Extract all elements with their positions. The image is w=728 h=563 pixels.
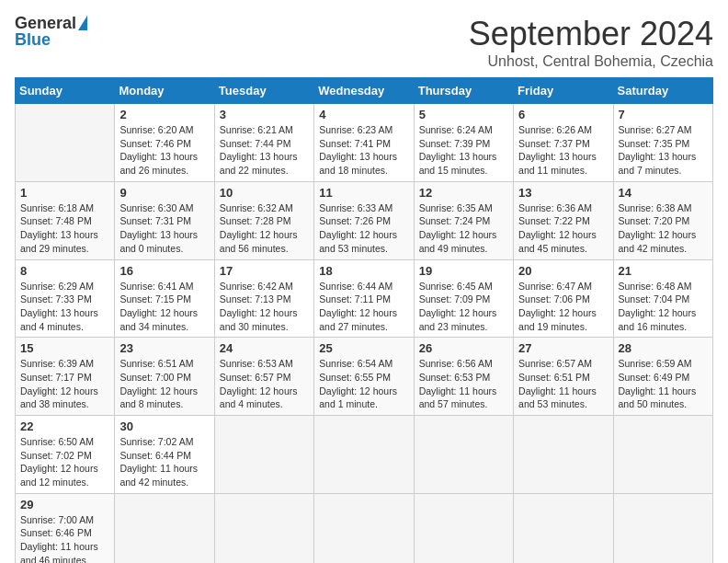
day-info: Sunrise: 6:41 AM Sunset: 7:15 PM Dayligh… [119, 280, 209, 334]
calendar-cell: 28Sunrise: 6:59 AM Sunset: 6:49 PM Dayli… [613, 338, 712, 416]
calendar-week-4: 22Sunrise: 6:50 AM Sunset: 7:02 PM Dayli… [16, 416, 713, 494]
calendar-cell [414, 493, 513, 563]
day-number: 4 [319, 108, 408, 121]
day-number: 29 [20, 498, 109, 511]
calendar-cell: 2Sunrise: 6:20 AM Sunset: 7:46 PM Daylig… [115, 104, 214, 182]
page-header: General Blue September 2024 Unhost, Cent… [15, 15, 713, 70]
calendar-cell: 22Sunrise: 6:50 AM Sunset: 7:02 PM Dayli… [16, 416, 115, 494]
day-number: 12 [419, 186, 508, 200]
calendar-cell: 9Sunrise: 6:30 AM Sunset: 7:31 PM Daylig… [115, 181, 214, 259]
day-number: 14 [619, 186, 708, 200]
calendar-cell: 23Sunrise: 6:51 AM Sunset: 7:00 PM Dayli… [115, 338, 214, 416]
day-number: 10 [220, 186, 309, 200]
day-number: 2 [119, 108, 209, 121]
logo-general-text: General [15, 15, 76, 31]
calendar-cell [613, 493, 712, 563]
day-number: 15 [20, 341, 109, 355]
calendar-cell [214, 493, 313, 563]
calendar-cell: 5Sunrise: 6:24 AM Sunset: 7:39 PM Daylig… [414, 104, 513, 182]
day-info: Sunrise: 6:56 AM Sunset: 6:53 PM Dayligh… [419, 357, 508, 411]
day-number: 26 [419, 341, 508, 355]
header-row: SundayMondayTuesdayWednesdayThursdayFrid… [16, 78, 713, 104]
calendar-cell: 27Sunrise: 6:57 AM Sunset: 6:51 PM Dayli… [514, 338, 613, 416]
day-info: Sunrise: 6:36 AM Sunset: 7:22 PM Dayligh… [518, 201, 608, 256]
day-info: Sunrise: 6:39 AM Sunset: 7:17 PM Dayligh… [20, 357, 109, 411]
calendar-cell: 13Sunrise: 6:36 AM Sunset: 7:22 PM Dayli… [514, 181, 613, 259]
calendar-week-1: 1Sunrise: 6:18 AM Sunset: 7:48 PM Daylig… [16, 181, 713, 259]
calendar-cell: 16Sunrise: 6:41 AM Sunset: 7:15 PM Dayli… [115, 259, 214, 338]
day-info: Sunrise: 6:47 AM Sunset: 7:06 PM Dayligh… [518, 280, 608, 334]
day-number: 11 [319, 186, 408, 200]
day-info: Sunrise: 6:59 AM Sunset: 6:49 PM Dayligh… [619, 357, 708, 411]
calendar-cell: 26Sunrise: 6:56 AM Sunset: 6:53 PM Dayli… [414, 338, 513, 416]
calendar-cell: 4Sunrise: 6:23 AM Sunset: 7:41 PM Daylig… [314, 104, 414, 182]
calendar-week-0: 2Sunrise: 6:20 AM Sunset: 7:46 PM Daylig… [16, 104, 713, 182]
calendar-cell: 12Sunrise: 6:35 AM Sunset: 7:24 PM Dayli… [414, 181, 513, 259]
calendar-cell: 1Sunrise: 6:18 AM Sunset: 7:48 PM Daylig… [16, 181, 115, 259]
header-day-monday: Monday [115, 78, 214, 104]
day-number: 6 [518, 108, 608, 121]
day-number: 3 [220, 108, 309, 121]
day-number: 1 [20, 186, 109, 200]
calendar-cell [115, 493, 214, 563]
day-number: 13 [518, 186, 608, 200]
location-title: Unhost, Central Bohemia, Czechia [469, 53, 713, 70]
day-info: Sunrise: 6:29 AM Sunset: 7:33 PM Dayligh… [20, 280, 109, 334]
day-number: 19 [419, 264, 508, 278]
logo-blue-text: Blue [15, 31, 51, 48]
calendar-cell: 21Sunrise: 6:48 AM Sunset: 7:04 PM Dayli… [613, 259, 712, 338]
calendar-table: SundayMondayTuesdayWednesdayThursdayFrid… [15, 77, 713, 563]
calendar-cell [314, 493, 414, 563]
calendar-cell: 7Sunrise: 6:27 AM Sunset: 7:35 PM Daylig… [613, 104, 712, 182]
day-info: Sunrise: 6:35 AM Sunset: 7:24 PM Dayligh… [419, 201, 508, 256]
calendar-cell [414, 416, 513, 494]
day-number: 9 [119, 186, 209, 200]
calendar-cell: 14Sunrise: 6:38 AM Sunset: 7:20 PM Dayli… [613, 181, 712, 259]
calendar-cell: 30Sunrise: 7:02 AM Sunset: 6:44 PM Dayli… [115, 416, 214, 494]
day-number: 20 [518, 264, 608, 278]
calendar-cell [314, 416, 414, 494]
calendar-cell [514, 493, 613, 563]
day-info: Sunrise: 6:53 AM Sunset: 6:57 PM Dayligh… [220, 357, 309, 411]
day-info: Sunrise: 6:54 AM Sunset: 6:55 PM Dayligh… [319, 357, 408, 411]
calendar-cell: 10Sunrise: 6:32 AM Sunset: 7:28 PM Dayli… [214, 181, 313, 259]
day-number: 17 [220, 264, 309, 278]
day-info: Sunrise: 6:27 AM Sunset: 7:35 PM Dayligh… [619, 123, 708, 178]
header-day-thursday: Thursday [414, 78, 513, 104]
day-number: 21 [619, 264, 708, 278]
day-number: 28 [619, 341, 708, 355]
header-day-wednesday: Wednesday [314, 78, 414, 104]
day-info: Sunrise: 6:38 AM Sunset: 7:20 PM Dayligh… [619, 201, 708, 256]
calendar-cell: 20Sunrise: 6:47 AM Sunset: 7:06 PM Dayli… [514, 259, 613, 338]
header-day-saturday: Saturday [613, 78, 712, 104]
month-title: September 2024 [469, 15, 713, 53]
calendar-cell [613, 416, 712, 494]
logo: General Blue [15, 15, 87, 48]
calendar-cell [514, 416, 613, 494]
day-number: 18 [319, 264, 408, 278]
day-info: Sunrise: 6:48 AM Sunset: 7:04 PM Dayligh… [619, 280, 708, 334]
calendar-cell: 3Sunrise: 6:21 AM Sunset: 7:44 PM Daylig… [214, 104, 313, 182]
calendar-week-3: 15Sunrise: 6:39 AM Sunset: 7:17 PM Dayli… [16, 338, 713, 416]
day-info: Sunrise: 6:21 AM Sunset: 7:44 PM Dayligh… [220, 123, 309, 178]
calendar-cell [16, 104, 115, 182]
calendar-cell: 17Sunrise: 6:42 AM Sunset: 7:13 PM Dayli… [214, 259, 313, 338]
calendar-cell: 18Sunrise: 6:44 AM Sunset: 7:11 PM Dayli… [314, 259, 414, 338]
title-section: September 2024 Unhost, Central Bohemia, … [469, 15, 713, 70]
day-info: Sunrise: 6:57 AM Sunset: 6:51 PM Dayligh… [518, 357, 608, 411]
day-info: Sunrise: 6:18 AM Sunset: 7:48 PM Dayligh… [20, 201, 109, 256]
day-info: Sunrise: 6:44 AM Sunset: 7:11 PM Dayligh… [319, 280, 408, 334]
day-number: 27 [518, 341, 608, 355]
calendar-cell [214, 416, 313, 494]
day-info: Sunrise: 6:26 AM Sunset: 7:37 PM Dayligh… [518, 123, 608, 178]
calendar-week-5: 29Sunrise: 7:00 AM Sunset: 6:46 PM Dayli… [16, 493, 713, 563]
day-info: Sunrise: 6:30 AM Sunset: 7:31 PM Dayligh… [119, 201, 209, 256]
day-info: Sunrise: 6:32 AM Sunset: 7:28 PM Dayligh… [220, 201, 309, 256]
calendar-cell: 8Sunrise: 6:29 AM Sunset: 7:33 PM Daylig… [16, 259, 115, 338]
day-info: Sunrise: 7:02 AM Sunset: 6:44 PM Dayligh… [119, 435, 209, 489]
calendar-cell: 24Sunrise: 6:53 AM Sunset: 6:57 PM Dayli… [214, 338, 313, 416]
logo-triangle-icon [78, 16, 87, 30]
day-number: 25 [319, 341, 408, 355]
day-info: Sunrise: 6:45 AM Sunset: 7:09 PM Dayligh… [419, 280, 508, 334]
calendar-cell: 11Sunrise: 6:33 AM Sunset: 7:26 PM Dayli… [314, 181, 414, 259]
